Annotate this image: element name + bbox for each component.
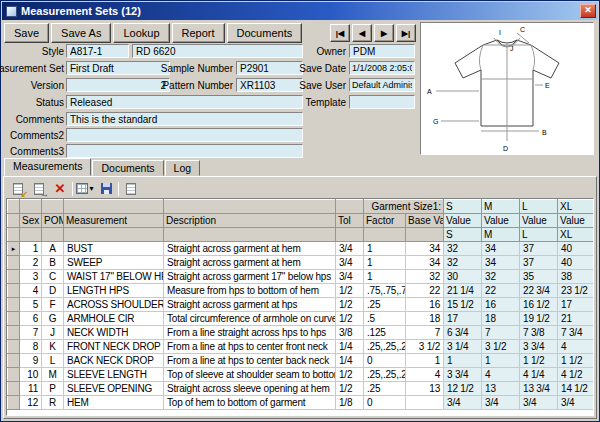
delete-row-icon[interactable]: ✕ [51, 181, 69, 197]
cell-measurement[interactable]: HEM [64, 396, 164, 410]
cell-measurement[interactable]: SLEEVE LENGTH [64, 368, 164, 382]
size-header-l[interactable]: L [520, 200, 558, 214]
row-selector[interactable] [8, 326, 20, 340]
cell-measurement[interactable]: BACK NECK DROP [64, 354, 164, 368]
style-name-input[interactable] [132, 44, 303, 58]
tab-log[interactable]: Log [165, 160, 201, 176]
cell-l[interactable]: 4 1/4 [520, 368, 558, 382]
cell-s[interactable]: 15 1/2 [444, 298, 482, 312]
cell-description[interactable]: From a line at hps to center front neck [164, 340, 336, 354]
cell-factor[interactable]: 0 [364, 396, 406, 410]
cell-m[interactable]: 32 [482, 270, 520, 284]
cell-sex[interactable]: 4 [20, 284, 42, 298]
cell-pom[interactable]: K [42, 340, 64, 354]
cell-factor[interactable]: .125 [364, 326, 406, 340]
comments2-input[interactable] [66, 128, 303, 142]
row-selector[interactable] [8, 298, 20, 312]
cell-description[interactable]: From a line at hps to center back neck [164, 354, 336, 368]
cell-tol[interactable]: 1/2 [336, 284, 364, 298]
cell-m[interactable]: 1 [482, 354, 520, 368]
cell-s[interactable]: 32 [444, 242, 482, 256]
cell-pom[interactable]: P [42, 382, 64, 396]
insert-row-icon[interactable]: → [30, 181, 48, 197]
cell-m[interactable]: 22 [482, 284, 520, 298]
row-selector[interactable] [8, 340, 20, 354]
col-header-base[interactable]: Base Val. [406, 214, 444, 228]
col-header-value-m[interactable]: Value [482, 214, 520, 228]
cell-l[interactable]: 37 [520, 256, 558, 270]
size-header-m[interactable]: M [482, 200, 520, 214]
pattern-number-input[interactable] [236, 78, 303, 92]
cell-pom[interactable]: C [42, 270, 64, 284]
tab-measurements[interactable]: Measurements [4, 158, 91, 176]
row-selector[interactable] [8, 368, 20, 382]
next-record-icon[interactable]: ▶ [374, 24, 394, 42]
col-header-value-s[interactable]: Value [444, 214, 482, 228]
cell-m[interactable]: 16 [482, 298, 520, 312]
cell-base[interactable]: 3 1/2 [406, 340, 444, 354]
col-header-value-l[interactable]: Value [520, 214, 558, 228]
cell-factor[interactable]: .5 [364, 312, 406, 326]
cell-factor[interactable]: .75,.75,.75, [364, 284, 406, 298]
cell-tol[interactable]: 1/2 [336, 382, 364, 396]
cell-m[interactable]: 4 [482, 368, 520, 382]
cell-factor[interactable]: .25,.25,.25, [364, 368, 406, 382]
cell-measurement[interactable]: FRONT NECK DROP [64, 340, 164, 354]
titlebar[interactable]: Measurement Sets (12) ✕ [2, 2, 598, 20]
cell-sex[interactable]: 11 [20, 382, 42, 396]
row-selector[interactable] [8, 354, 20, 368]
cell-sex[interactable]: 8 [20, 340, 42, 354]
close-button[interactable]: ✕ [580, 4, 596, 18]
cell-measurement[interactable]: SLEEVE OPENING [64, 382, 164, 396]
cell-description[interactable]: Straight across garment 17" below hps [164, 270, 336, 284]
cell-measurement[interactable]: NECK WIDTH [64, 326, 164, 340]
cell-base[interactable]: 34 [406, 256, 444, 270]
cell-base[interactable]: 16 [406, 298, 444, 312]
cell-description[interactable]: Total circumference of armhole on curve [164, 312, 336, 326]
cell-tol[interactable]: 1/4 [336, 340, 364, 354]
cell-measurement[interactable]: WAIST 17" BELOW HPS [64, 270, 164, 284]
cell-sex[interactable]: 2 [20, 256, 42, 270]
row-selector[interactable]: ▸ [8, 242, 20, 256]
cell-factor[interactable]: 0 [364, 354, 406, 368]
col-header-tol[interactable]: Tol [336, 214, 364, 228]
cell-tol[interactable]: 3/8 [336, 326, 364, 340]
cell-description[interactable]: From a line straight across hps to hps [164, 326, 336, 340]
save-date-input[interactable] [349, 61, 415, 75]
cell-description[interactable]: Top of sleeve at shoulder seam to bottom [164, 368, 336, 382]
cell-factor[interactable]: 1 [364, 270, 406, 284]
report-button[interactable]: Report [172, 23, 225, 43]
cell-l[interactable]: 16 1/2 [520, 298, 558, 312]
cell-base[interactable]: 32 [406, 270, 444, 284]
cell-m[interactable]: 34 [482, 242, 520, 256]
row-selector[interactable] [8, 312, 20, 326]
cell-s[interactable]: 17 [444, 312, 482, 326]
col-header-value-xl[interactable]: Value [558, 214, 594, 228]
cell-pom[interactable]: B [42, 256, 64, 270]
cell-xl[interactable]: 1 1/2 [558, 354, 594, 368]
cell-tol[interactable]: 1/8 [336, 396, 364, 410]
cell-pom[interactable]: F [42, 298, 64, 312]
cell-sex[interactable]: 5 [20, 298, 42, 312]
tab-documents[interactable]: Documents [92, 160, 163, 176]
size-header-s[interactable]: S [444, 200, 482, 214]
cell-m[interactable]: 3 1/2 [482, 340, 520, 354]
cell-measurement[interactable]: SWEEP [64, 256, 164, 270]
cell-l[interactable]: 19 1/2 [520, 312, 558, 326]
cell-tol[interactable]: 3/4 [336, 256, 364, 270]
cell-xl[interactable]: 7 3/4 [558, 326, 594, 340]
cell-s[interactable]: 12 1/2 [444, 382, 482, 396]
cell-pom[interactable]: R [42, 396, 64, 410]
cell-xl[interactable]: 17 [558, 298, 594, 312]
cell-m[interactable]: 34 [482, 256, 520, 270]
cell-l[interactable]: 13 3/4 [520, 382, 558, 396]
cell-m[interactable]: 13 [482, 382, 520, 396]
cell-xl[interactable]: 21 [558, 312, 594, 326]
cell-sex[interactable]: 10 [20, 368, 42, 382]
cell-tol[interactable]: 1/4 [336, 354, 364, 368]
comments3-input[interactable] [66, 144, 303, 158]
col-header-factor[interactable]: Factor [364, 214, 406, 228]
save-button[interactable]: Save [4, 23, 49, 43]
cell-sex[interactable]: 6 [20, 312, 42, 326]
cell-factor[interactable]: .25,.25,.25, [364, 340, 406, 354]
